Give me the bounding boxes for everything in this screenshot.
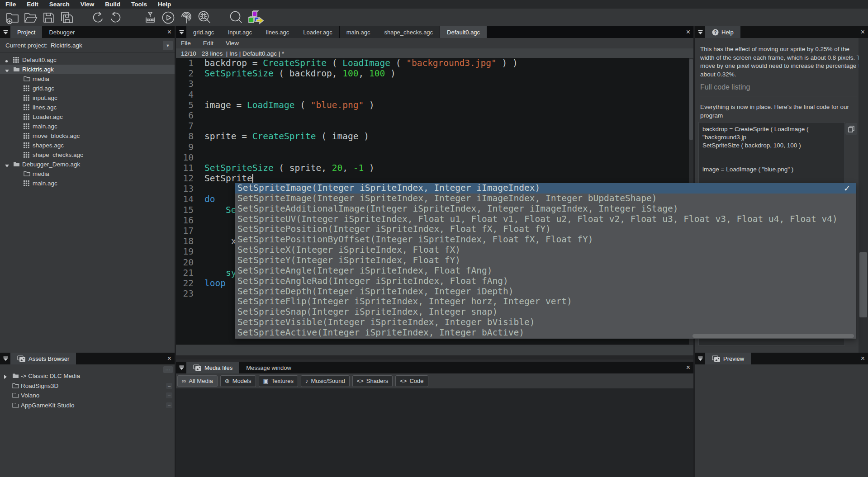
search-button[interactable] <box>227 9 245 26</box>
code-line[interactable]: 11SetSpriteSize ( sprite, 20, -1 ) <box>176 163 693 173</box>
tree-item-shape-checks-agc[interactable]: shape_checks.agc <box>0 150 175 160</box>
close-icon[interactable]: × <box>861 354 865 363</box>
tree-item-move-blocks-agc[interactable]: move_blocks.agc <box>0 131 175 141</box>
menu-search[interactable]: Search <box>44 0 75 9</box>
close-icon[interactable]: × <box>861 28 865 37</box>
editor-menu-file[interactable]: File <box>181 40 191 47</box>
filter-code[interactable]: <>Code <box>395 375 428 387</box>
tree-item-lines-agc[interactable]: lines.agc <box>0 103 175 112</box>
expand-down-icon[interactable] <box>5 67 9 74</box>
editor-menu-view[interactable]: View <box>226 40 239 47</box>
close-icon[interactable]: × <box>167 28 171 37</box>
code-line[interactable]: 2SetSpriteSize ( backdrop, 100, 100 ) <box>176 68 693 79</box>
autocomplete-item[interactable]: SetSpriteVisible(Integer iSpriteIndex, I… <box>235 317 856 328</box>
code-line[interactable]: 4 <box>176 90 693 100</box>
editor-horizontal-scrollbar[interactable] <box>176 345 693 356</box>
asset-item-appgamekit-studio[interactable]: AppGameKit Studio– <box>0 401 175 411</box>
code-line[interactable]: 7 <box>176 121 693 131</box>
panel-menu-icon[interactable] <box>3 29 9 35</box>
tab-debugger[interactable]: Debugger <box>42 26 81 38</box>
autocomplete-item[interactable]: SetSpriteY(Integer iSpriteIndex, Float f… <box>235 255 856 266</box>
tree-item-default0-agc[interactable]: Default0.agc <box>0 55 175 65</box>
autocomplete-item[interactable]: SetSpriteImage(Integer iSpriteIndex, Int… <box>235 183 856 194</box>
filter-textures[interactable]: ▣Textures <box>259 375 298 387</box>
panel-menu-icon[interactable] <box>697 356 703 361</box>
broadcast-button[interactable] <box>177 9 195 26</box>
filter-all-media[interactable]: ∞All Media <box>177 375 218 387</box>
current-project-value[interactable]: Ricktris.agk <box>51 42 82 49</box>
save-all-button[interactable] <box>58 9 76 26</box>
tab-input-agc[interactable]: input.agc <box>221 26 259 38</box>
close-icon[interactable]: × <box>167 354 171 363</box>
tree-item-input-agc[interactable]: input.agc <box>0 93 175 103</box>
code-line[interactable]: 5image = LoadImage ( "blue.png" ) <box>176 100 693 110</box>
code-line[interactable]: 12SetSprite <box>176 173 693 184</box>
menu-file[interactable]: File <box>0 0 21 9</box>
tab-help[interactable]: ? Help <box>705 26 740 38</box>
expand-right-icon[interactable] <box>4 373 7 380</box>
tree-item-grid-agc[interactable]: grid.agc <box>0 84 175 93</box>
menu-tools[interactable]: Tools <box>126 0 152 9</box>
tree-item-media[interactable]: media <box>0 74 175 84</box>
expand-down-icon[interactable] <box>5 162 9 169</box>
tree-item-shapes-agc[interactable]: shapes.agc <box>0 141 175 150</box>
panel-menu-icon[interactable] <box>179 29 185 35</box>
autocomplete-item[interactable]: SetSpritePosition(Integer iSpriteIndex, … <box>235 224 856 235</box>
close-icon[interactable]: × <box>686 28 690 37</box>
menu-build[interactable]: Build <box>100 0 126 9</box>
tab-message-window[interactable]: Message window <box>239 362 298 373</box>
asset-item-volano[interactable]: Volano– <box>0 391 175 401</box>
code-line[interactable]: 8sprite = CreateSprite ( image ) <box>176 131 693 142</box>
autocomplete-item[interactable]: SetSpriteUV(Integer iSpriteIndex, Float … <box>235 214 856 225</box>
filter-shaders[interactable]: <>Shaders <box>352 375 393 387</box>
popup-horizontal-scrollbar[interactable] <box>693 334 854 338</box>
code-line[interactable]: 3 <box>176 79 693 89</box>
asset-item-roadsigns3d[interactable]: RoadSigns3D– <box>0 381 175 391</box>
redo-button[interactable] <box>107 9 125 26</box>
menu-view[interactable]: View <box>75 0 100 9</box>
autocomplete-item[interactable]: SetSpriteFlip(Integer iSpriteIndex, Inte… <box>235 297 856 307</box>
new-project-button[interactable] <box>4 9 22 26</box>
autocomplete-item[interactable]: SetSpriteSnap(Integer iSpriteIndex, Inte… <box>235 307 856 317</box>
autocomplete-item[interactable]: SetSpriteAdditionalImage(Integer iSprite… <box>235 204 856 214</box>
tab-assets-browser[interactable]: Assets Browser <box>10 353 76 364</box>
undo-button[interactable] <box>89 9 107 26</box>
autocomplete-item[interactable]: SetSpritePositionByOffset(Integer iSprit… <box>235 235 856 245</box>
editor-menu-edit[interactable]: Edit <box>203 40 213 47</box>
menu-help[interactable]: Help <box>152 0 176 9</box>
code-line[interactable]: 6 <box>176 110 693 121</box>
tab-shape-checks-agc[interactable]: shape_checks.agc <box>377 26 440 38</box>
help-scrollbar[interactable] <box>859 38 868 353</box>
code-line[interactable]: 1backdrop = CreateSprite ( LoadImage ( "… <box>176 58 693 68</box>
debug-button[interactable] <box>195 9 213 26</box>
tab-loader-agc[interactable]: Loader.agc <box>296 26 339 38</box>
tree-item-media[interactable]: media <box>0 169 175 179</box>
compile-button[interactable] <box>141 9 159 26</box>
autocomplete-item[interactable]: SetSpriteDepth(Integer iSpriteIndex, Int… <box>235 287 856 297</box>
filter-music-sound[interactable]: ♪Music/Sound <box>301 375 350 387</box>
current-project-dropdown[interactable]: ▼ <box>163 41 173 50</box>
tree-item-ricktris-agk[interactable]: Ricktris.agk <box>0 65 175 74</box>
tab-project[interactable]: Project <box>10 26 42 38</box>
autocomplete-item[interactable]: SetSpriteAngleRad(Integer iSpriteIndex, … <box>235 276 856 287</box>
copy-code-button[interactable] <box>845 123 857 135</box>
autocomplete-item[interactable]: SetSpriteAngle(Integer iSpriteIndex, Flo… <box>235 266 856 276</box>
tab-main-agc[interactable]: main.agc <box>340 26 377 38</box>
panel-menu-icon[interactable] <box>3 356 9 361</box>
filter-models[interactable]: ⊕Models <box>220 375 256 387</box>
tree-item-debugger-demo-agk[interactable]: Debugger_Demo.agk <box>0 160 175 169</box>
collapse-button[interactable]: – <box>166 402 172 408</box>
tab-preview[interactable]: Preview <box>705 353 751 364</box>
export-media-button[interactable] <box>246 9 264 26</box>
autocomplete-item[interactable]: SetSpriteX(Integer iSpriteIndex, Float f… <box>235 245 856 255</box>
tree-item-main-agc[interactable]: main.agc <box>0 122 175 131</box>
scrollbar-thumb[interactable] <box>689 59 693 140</box>
tab-lines-agc[interactable]: lines.agc <box>259 26 296 38</box>
panel-menu-icon[interactable] <box>697 29 703 35</box>
scrollbar-thumb[interactable] <box>859 252 867 317</box>
tree-item-loader-agc[interactable]: Loader.agc <box>0 112 175 122</box>
asset-item-classic-dlc-media[interactable]: -> Classic DLC Media <box>0 371 175 381</box>
tree-item-main-agc[interactable]: main.agc <box>0 179 175 188</box>
code-line[interactable]: 9 <box>176 142 693 152</box>
collapse-button[interactable]: – <box>166 383 172 389</box>
